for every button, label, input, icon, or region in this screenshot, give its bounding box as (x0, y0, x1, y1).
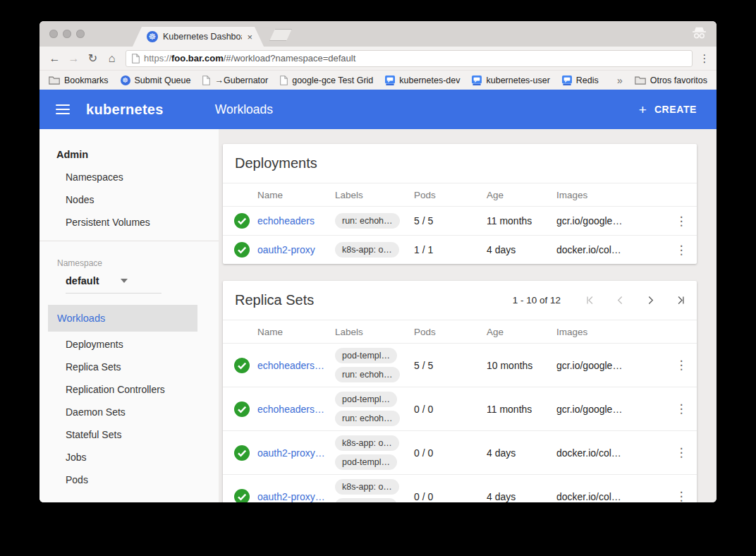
sidebar-item-workloads[interactable]: Workloads (48, 305, 197, 332)
label-chip: k8s-app: o… (335, 242, 399, 258)
bookmark-kubernetes-user[interactable]: kubernetes-user (472, 75, 549, 85)
previous-page-icon[interactable] (615, 295, 626, 306)
deployments-card: Deployments Name Labels Pods Age Images (223, 144, 697, 264)
row-menu-icon[interactable]: ⋮ (676, 215, 688, 227)
url-text: https://foo.bar.com/#/workload?namespace… (144, 53, 355, 64)
bookmark-bookmarks-folder[interactable]: Bookmarks (49, 75, 109, 85)
status-ok-icon (234, 358, 257, 373)
age-cell: 11 months (487, 215, 556, 226)
column-age: Age (487, 190, 556, 200)
forward-icon[interactable]: → (64, 52, 83, 65)
kubernetes-logo[interactable]: kubernetes (86, 102, 164, 118)
sidebar-item-pods[interactable]: Pods (39, 469, 219, 491)
replica-set-name-link[interactable]: oauth2-proxy… (257, 447, 335, 459)
replica-set-name-link[interactable]: oauth2-proxy… (257, 491, 335, 502)
bookmark-submit-queue[interactable]: ☸ Submit Queue (121, 75, 191, 85)
images-cell: gcr.io/google… (556, 404, 666, 415)
images-cell: docker.io/col… (556, 491, 666, 502)
folder-icon (635, 75, 646, 85)
deployment-name-link[interactable]: oauth2-proxy (257, 244, 335, 255)
column-age: Age (487, 327, 556, 337)
groups-icon (385, 75, 395, 85)
sidebar-item-deployments[interactable]: Deployments (39, 333, 219, 356)
table-row: echoheaders run: echoh… 5 / 5 11 months … (223, 207, 697, 236)
sidebar-item-nodes[interactable]: Nodes (39, 188, 219, 211)
reload-icon[interactable]: ↻ (83, 52, 102, 65)
first-page-icon[interactable] (585, 295, 595, 306)
window-controls (49, 30, 85, 38)
namespace-select[interactable]: default (66, 275, 219, 286)
url-bar[interactable]: https://foo.bar.com/#/workload?namespace… (126, 50, 693, 67)
replica-sets-card-title: Replica Sets (235, 292, 314, 308)
page-title: Workloads (215, 102, 273, 117)
sidebar-item-jobs[interactable]: Jobs (39, 446, 219, 469)
bookmark-gubernator[interactable]: →Gubernator (202, 75, 268, 85)
column-images: Images (556, 327, 666, 337)
table-row: echoheaders… pod-templ… run: echoh… 5 / … (223, 344, 697, 387)
bookmark-google-gce-test-grid[interactable]: google-gce Test Grid (280, 75, 373, 85)
status-ok-icon (234, 489, 257, 503)
column-labels: Labels (335, 190, 414, 200)
column-name: Name (257, 327, 335, 337)
url-scheme: https:// (144, 53, 171, 64)
column-images: Images (556, 190, 666, 200)
browser-menu-icon[interactable]: ⋮ (698, 52, 711, 65)
age-cell: 4 days (487, 244, 556, 255)
column-pods: Pods (414, 190, 487, 200)
home-icon[interactable]: ⌂ (102, 52, 121, 65)
window-minimize-button[interactable] (63, 30, 71, 38)
sidebar-item-admin[interactable]: Admin (39, 143, 219, 166)
column-labels: Labels (335, 327, 414, 337)
replica-set-name-link[interactable]: echoheaders… (257, 360, 335, 371)
incognito-icon (691, 26, 707, 42)
next-page-icon[interactable] (645, 295, 656, 306)
bookmark-kubernetes-dev[interactable]: kubernetes-dev (385, 75, 460, 85)
last-page-icon[interactable] (676, 295, 686, 306)
sidebar-item-replication-controllers[interactable]: Replication Controllers (39, 378, 219, 401)
replica-set-name-link[interactable]: echoheaders… (257, 404, 335, 415)
browser-tab[interactable]: ☸ Kubernetes Dashboard × (133, 27, 264, 47)
pods-cell: 5 / 5 (414, 360, 487, 371)
row-menu-icon[interactable]: ⋮ (676, 490, 688, 502)
row-menu-icon[interactable]: ⋮ (676, 403, 688, 415)
table-row: oauth2-proxy… k8s-app: o… pod-templ… 0 /… (223, 475, 697, 502)
pods-cell: 5 / 5 (414, 215, 487, 226)
bookmark-redis[interactable]: Redis (562, 75, 599, 85)
column-pods: Pods (414, 327, 487, 337)
row-menu-icon[interactable]: ⋮ (676, 244, 688, 256)
back-icon[interactable]: ← (45, 52, 64, 65)
page-icon (202, 75, 210, 85)
create-button[interactable]: + CREATE (639, 103, 697, 116)
browser-tab-bar: ☸ Kubernetes Dashboard × (39, 21, 717, 47)
window-close-button[interactable] (49, 30, 58, 38)
age-cell: 4 days (487, 491, 556, 502)
sidebar-item-daemon-sets[interactable]: Daemon Sets (39, 401, 219, 423)
label-chip: run: echoh… (335, 213, 400, 229)
sidebar-item-namespaces[interactable]: Namespaces (39, 166, 219, 188)
sidebar-item-replica-sets[interactable]: Replica Sets (39, 356, 219, 378)
plus-icon: + (639, 103, 647, 116)
browser-window: ☸ Kubernetes Dashboard × ← → ↻ ⌂ (39, 21, 717, 502)
row-menu-icon[interactable]: ⋮ (676, 447, 688, 459)
tab-close-icon[interactable]: × (247, 32, 252, 42)
bookmarks-bar: Bookmarks ☸ Submit Queue →Gubernator goo… (39, 70, 717, 90)
desktop-background: ☸ Kubernetes Dashboard × ← → ↻ ⌂ (0, 0, 756, 556)
label-chip: pod-templ… (335, 454, 397, 470)
window-zoom-button[interactable] (76, 30, 85, 38)
label-chip: pod-templ… (335, 392, 397, 407)
age-cell: 11 months (487, 404, 556, 415)
pods-cell: 0 / 0 (414, 404, 487, 415)
tab-title: Kubernetes Dashboard (163, 32, 242, 42)
bookmark-otros-favoritos-folder[interactable]: Otros favoritos (635, 75, 707, 85)
hamburger-menu-icon[interactable] (56, 104, 70, 114)
new-tab-button[interactable] (269, 29, 292, 41)
table-row: oauth2-proxy… k8s-app: o… pod-templ… 0 /… (223, 431, 697, 475)
bookmarks-overflow-icon[interactable]: » (617, 75, 623, 86)
status-ok-icon (234, 213, 257, 229)
sidebar-item-stateful-sets[interactable]: Stateful Sets (39, 423, 219, 446)
row-menu-icon[interactable]: ⋮ (676, 359, 688, 371)
sidebar-item-persistent-volumes[interactable]: Persistent Volumes (39, 211, 219, 234)
content-area: Deployments Name Labels Pods Age Images (219, 129, 717, 502)
groups-icon (472, 75, 482, 85)
deployment-name-link[interactable]: echoheaders (257, 215, 335, 226)
